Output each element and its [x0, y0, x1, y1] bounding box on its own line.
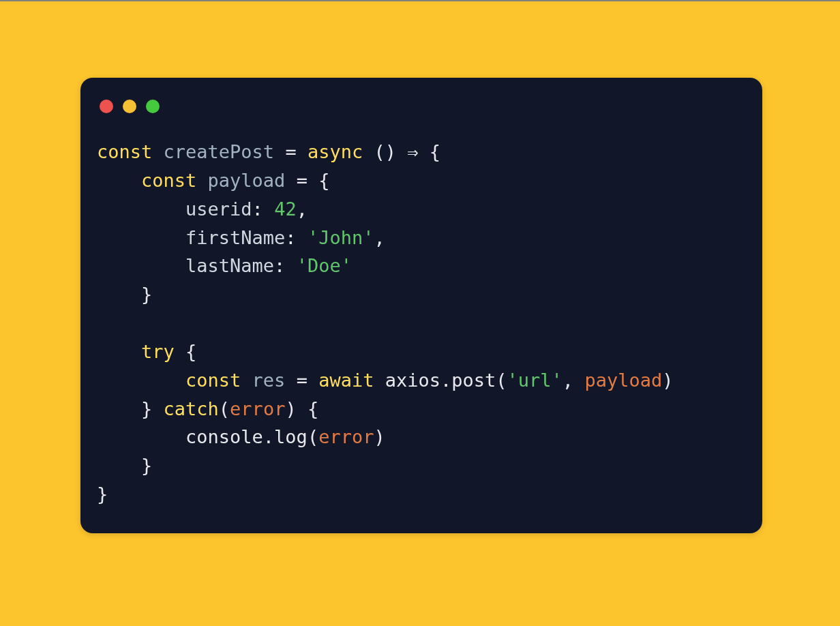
property-firstName: firstName	[185, 227, 285, 248]
paren-open: (	[308, 426, 318, 447]
keyword-const: const	[185, 370, 241, 391]
argument-payload: payload	[584, 370, 662, 391]
keyword-await: await	[318, 370, 374, 391]
dot: .	[263, 426, 274, 447]
keyword-const: const	[141, 170, 196, 191]
paren-close: )	[285, 398, 296, 419]
identifier-payload: payload	[208, 170, 286, 191]
brace-close: }	[141, 455, 152, 476]
method-post: post	[451, 370, 496, 391]
traffic-light-green-icon	[146, 100, 160, 113]
identifier-error: error	[230, 398, 285, 419]
keyword-try: try	[141, 341, 175, 362]
identifier-error: error	[318, 426, 374, 447]
traffic-light-red-icon	[100, 100, 113, 113]
string-literal: 'John'	[308, 227, 374, 248]
parentheses: ()	[374, 141, 396, 162]
property-lastName: lastName	[185, 255, 274, 276]
traffic-lights	[100, 100, 746, 113]
keyword-const: const	[97, 141, 152, 162]
identifier-createPost: createPost	[164, 141, 275, 162]
method-log: log	[274, 426, 308, 447]
identifier-res: res	[252, 370, 286, 391]
brace-open: {	[318, 170, 329, 191]
comma: ,	[562, 370, 573, 391]
paren-open: (	[496, 370, 507, 391]
code-window: const createPost = async () ⇒ { const pa…	[80, 78, 762, 533]
operator-equals: =	[297, 170, 308, 191]
brace-open: {	[185, 341, 196, 362]
brace-open: {	[430, 141, 440, 162]
colon: :	[285, 227, 296, 248]
object-console: console	[185, 426, 263, 447]
code-block: const createPost = async () ⇒ { const pa…	[97, 138, 746, 509]
operator-equals: =	[297, 370, 308, 391]
keyword-async: async	[308, 141, 363, 162]
colon: :	[252, 198, 263, 220]
string-literal: 'Doe'	[297, 255, 352, 276]
number-literal: 42	[274, 198, 297, 220]
brace-open: {	[308, 398, 318, 419]
brace-close: }	[141, 398, 152, 419]
brace-close: }	[97, 483, 108, 505]
property-userid: userid	[185, 198, 252, 220]
paren-close: )	[374, 426, 385, 447]
paren-open: (	[219, 398, 230, 419]
operator-equals: =	[285, 141, 296, 162]
brace-close: }	[141, 284, 152, 305]
string-literal: 'url'	[507, 370, 562, 391]
dot: .	[440, 370, 451, 391]
keyword-catch: catch	[164, 398, 219, 419]
traffic-light-yellow-icon	[123, 100, 136, 113]
comma: ,	[297, 198, 308, 220]
colon: :	[274, 255, 285, 276]
paren-close: )	[662, 370, 673, 391]
comma: ,	[374, 227, 385, 248]
object-axios: axios	[385, 370, 440, 391]
arrow-operator: ⇒	[407, 141, 418, 162]
